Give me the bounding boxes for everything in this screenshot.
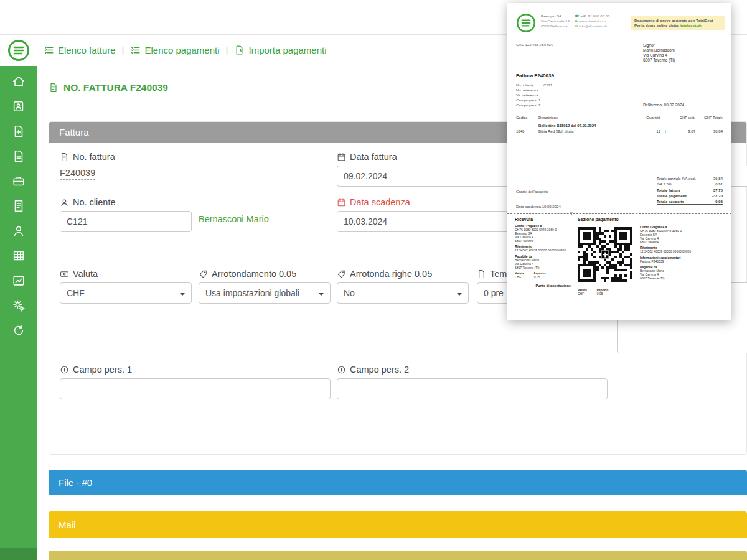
page-title: NO. FATTURA F240039	[49, 82, 168, 93]
invoice-icon[interactable]	[12, 199, 26, 213]
qr-bill-receipt: Ricevuta Conto / Pagabile a CH76 3080 80…	[515, 217, 571, 287]
list-check-icon	[44, 45, 54, 55]
valuta-select[interactable]: CHF	[60, 282, 192, 304]
import-icon	[234, 45, 245, 55]
qr-bill-info-column: Conto / Pagabile a CH76 3080 8002 5949 3…	[640, 223, 723, 280]
valuta-label: Valuta	[60, 269, 98, 279]
user-icon[interactable]	[12, 224, 26, 238]
globe-icon: ⊕	[575, 19, 578, 23]
nav-link-label: Importa pagamenti	[248, 45, 326, 55]
sync-icon[interactable]	[12, 324, 26, 337]
campo1-label: Campo pers. 1	[60, 365, 132, 375]
template-label: Temp	[477, 269, 512, 279]
campo2-label: Campo pers. 2	[337, 365, 409, 375]
arrotondamento-label: Arrotondamento 0.05	[199, 269, 296, 279]
file-section-header[interactable]: File - #0	[49, 470, 747, 495]
calendar-icon	[337, 198, 346, 207]
nav-link-elenco-fatture[interactable]: Elenco fatture	[44, 45, 116, 55]
chevron-down-icon	[457, 293, 462, 298]
plus-circle-icon	[60, 365, 69, 375]
document-icon[interactable]	[12, 149, 26, 163]
mail-icon: ✉	[575, 24, 578, 28]
app-logo-icon	[7, 39, 30, 62]
invoice-group-row: Bollettino B18012 del 07.02.2024	[516, 121, 723, 129]
home-icon[interactable]	[12, 75, 26, 88]
partial-section-header[interactable]	[49, 551, 747, 560]
nav-link-importa-pagamenti[interactable]: Importa pagamenti	[234, 45, 326, 55]
list-check-icon	[130, 45, 141, 55]
swiss-cross-icon	[601, 251, 609, 259]
document-icon	[60, 152, 69, 162]
invoice-items-table: Codice Descrizione Quantità CHF unit. CH…	[516, 114, 723, 134]
calendar-icon	[337, 152, 346, 162]
demo-badge: Documento di prova generato con TotalGes…	[631, 16, 725, 30]
nav-link-label: Elenco fatture	[58, 45, 116, 55]
totalgest-link[interactable]: totalgest.ch	[680, 24, 702, 27]
arrotondamento-select[interactable]: Usa impostazioni globali	[199, 282, 331, 304]
cliente-nome: Bernasconi Mario	[199, 214, 269, 224]
invoice-preview: Esempio SA Via Cantonale 19 6500 Bellinz…	[507, 3, 731, 320]
nav-link-elenco-pagamenti[interactable]: Elenco pagamenti	[130, 45, 219, 55]
arrotonda-righe-label: Arrotonda righe 0.05	[337, 269, 432, 279]
qr-bill-section: ✂ Ricevuta Conto / Pagabile a CH76 3080 …	[507, 213, 731, 320]
no-fattura-label: No. fattura	[60, 152, 115, 162]
invoice-thanks: Grazie dell'acquisto	[516, 190, 548, 194]
document-icon	[477, 269, 486, 279]
invoice-doc-title: Fattura F240039	[516, 73, 554, 78]
campo1-input[interactable]	[60, 378, 331, 399]
invoice-meta-block: No. cliente:C121 No. referenza: Vs. refe…	[516, 83, 552, 108]
invoice-totals: Totale parziale IVA escl.36.84 IVA 2.5%0…	[657, 175, 723, 205]
no-cliente-input[interactable]	[60, 211, 192, 232]
chevron-down-icon	[180, 293, 185, 298]
tag-icon	[337, 269, 346, 279]
invoice-logo-icon	[516, 13, 536, 35]
invoice-item-row: 1040 Bibia Red 33cl, bibita 12 l 3.07 36…	[516, 129, 723, 134]
bank-icon[interactable]	[12, 174, 26, 188]
data-scadenza-label: Data scadenza	[337, 197, 410, 207]
phone-icon: ☎	[575, 14, 579, 18]
no-cliente-label: No. cliente	[60, 197, 116, 207]
sidebar	[0, 66, 37, 560]
qr-bill-payment-part: Sezione pagamento ValutaCHF Importo0.05 …	[578, 217, 728, 318]
chart-icon[interactable]	[12, 274, 26, 287]
nav-separator: |	[122, 45, 125, 55]
plus-circle-icon	[337, 365, 346, 375]
nav-links: Elenco fatture | Elenco pagamenti | Impo…	[44, 35, 327, 65]
qr-bill-divider	[573, 214, 573, 320]
chevron-down-icon	[319, 293, 324, 298]
data-fattura-label: Data fattura	[337, 152, 397, 162]
arrotonda-righe-select[interactable]: No	[337, 282, 469, 304]
user-icon	[60, 198, 69, 207]
nav-separator: |	[226, 45, 228, 55]
qr-code	[578, 227, 632, 282]
invoice-recipient-block: Signor Mario Bernasconi Via Carvina 4 68…	[643, 43, 675, 63]
invoice-place-date: Bellinzona, 09.02.2024	[643, 103, 684, 107]
document-icon	[49, 83, 59, 93]
document-add-icon[interactable]	[12, 124, 26, 138]
nav-link-label: Elenco pagamenti	[144, 45, 219, 55]
tag-icon	[199, 269, 208, 279]
contacts-icon[interactable]	[12, 100, 26, 113]
invoice-contact-block: ☎+41 91 000 00 00 ⊕www.dominio.ch ✉info@…	[575, 14, 609, 29]
sidebar-footer	[0, 548, 37, 560]
no-fattura-value[interactable]: F240039	[60, 168, 95, 180]
invoice-due-date: Data scadenza 10.03.2024	[516, 205, 561, 208]
table-icon[interactable]	[12, 249, 26, 263]
currency-icon	[60, 269, 69, 279]
settings-gears-icon[interactable]	[12, 299, 26, 312]
vat-number: CHE-123.456.789 IVA	[516, 43, 553, 47]
invoice-company-block: Esempio SA Via Cantonale 19 6500 Bellinz…	[541, 14, 570, 29]
campo2-input[interactable]	[337, 378, 608, 399]
app-screen: Elenco fatture | Elenco pagamenti | Impo…	[0, 0, 747, 560]
mail-section-header[interactable]: Mail	[49, 511, 747, 538]
